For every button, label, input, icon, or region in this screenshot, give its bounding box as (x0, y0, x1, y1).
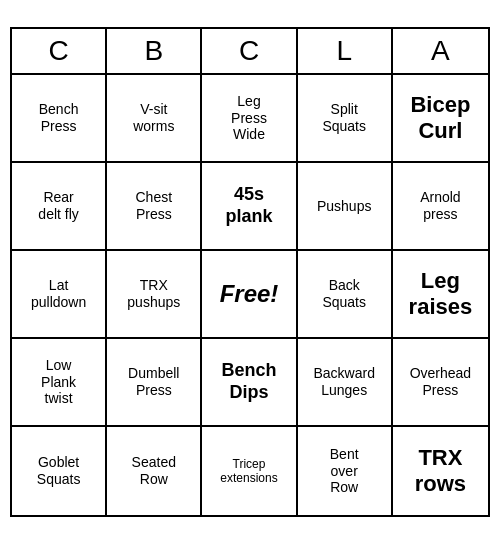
cell-1-4: Arnold press (393, 163, 488, 251)
cell-1-0: Rear delt fly (12, 163, 107, 251)
header-col-4: A (393, 29, 488, 73)
cell-3-1: Dumbell Press (107, 339, 202, 427)
bingo-card: CBCLA Bench PressV-sit wormsLeg Press Wi… (10, 27, 490, 517)
cell-2-0: Lat pulldown (12, 251, 107, 339)
cell-2-1: TRX pushups (107, 251, 202, 339)
cell-2-4: Leg raises (393, 251, 488, 339)
cell-0-2: Leg Press Wide (202, 75, 297, 163)
header-col-0: C (12, 29, 107, 73)
cell-2-3: Back Squats (298, 251, 393, 339)
cell-1-3: Pushups (298, 163, 393, 251)
header-col-2: C (202, 29, 297, 73)
cell-4-3: Bent over Row (298, 427, 393, 515)
bingo-grid: Bench PressV-sit wormsLeg Press WideSpli… (12, 75, 488, 515)
cell-1-2: 45s plank (202, 163, 297, 251)
cell-3-2: Bench Dips (202, 339, 297, 427)
cell-0-3: Split Squats (298, 75, 393, 163)
cell-0-4: Bicep Curl (393, 75, 488, 163)
cell-3-0: Low Plank twist (12, 339, 107, 427)
bingo-header: CBCLA (12, 29, 488, 75)
cell-3-3: Backward Lunges (298, 339, 393, 427)
cell-1-1: Chest Press (107, 163, 202, 251)
cell-4-2: Tricep extensions (202, 427, 297, 515)
cell-0-0: Bench Press (12, 75, 107, 163)
cell-4-4: TRX rows (393, 427, 488, 515)
cell-3-4: Overhead Press (393, 339, 488, 427)
header-col-3: L (298, 29, 393, 73)
header-col-1: B (107, 29, 202, 73)
cell-4-0: Goblet Squats (12, 427, 107, 515)
cell-4-1: Seated Row (107, 427, 202, 515)
cell-2-2: Free! (202, 251, 297, 339)
cell-0-1: V-sit worms (107, 75, 202, 163)
